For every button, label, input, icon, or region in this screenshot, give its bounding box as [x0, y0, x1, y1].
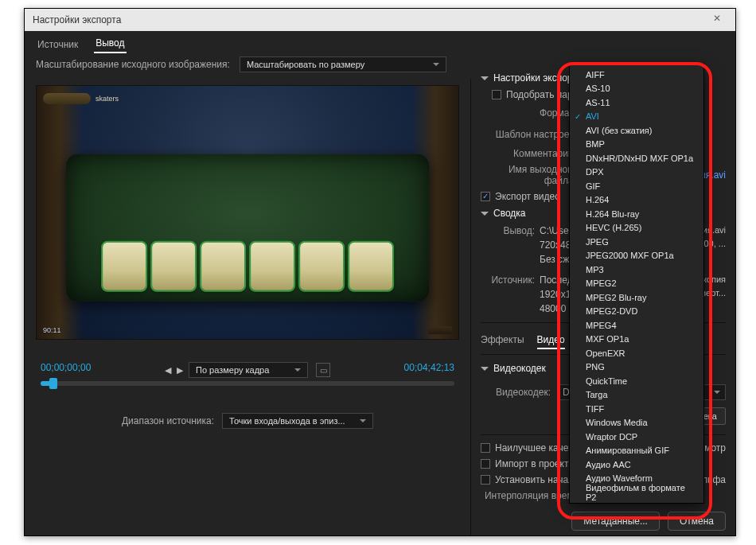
fit-value: По размеру кадра — [196, 365, 269, 375]
window-title: Настройки экспорта — [33, 14, 121, 25]
tab-output[interactable]: Вывод — [94, 34, 126, 53]
format-option[interactable]: PNG — [570, 360, 703, 375]
preview-pane: skaters 90:11 00;00;00;00 ◀ ▶ — [25, 79, 470, 535]
fit-select[interactable]: По размеру кадра — [189, 362, 308, 378]
format-option[interactable]: QuickTime — [570, 374, 703, 388]
source-range-value: Точки входа/выхода в эпиз... — [229, 416, 345, 426]
format-option[interactable]: MPEG2-DVD — [570, 305, 703, 319]
format-option[interactable]: Аудио AAC — [570, 457, 703, 472]
tab-video[interactable]: Видео — [537, 332, 565, 349]
video-preview: skaters 90:11 — [36, 85, 459, 340]
out-timecode[interactable]: 00;04;42;13 — [404, 362, 454, 378]
tab-source[interactable]: Источник — [36, 36, 80, 53]
format-option[interactable]: Wraptor DCP — [570, 430, 703, 444]
format-option[interactable]: MPEG2 — [570, 277, 703, 291]
format-option[interactable]: DNxHR/DNxHD MXF OP1a — [570, 151, 703, 165]
close-icon[interactable]: ✕ — [713, 13, 727, 27]
format-option[interactable]: AIFF — [570, 68, 703, 82]
source-range-label: Диапазон источника: — [122, 415, 214, 426]
format-option[interactable]: H.264 Blu-ray — [570, 207, 703, 221]
format-label: Формат: — [481, 107, 576, 119]
match-sequence-checkbox[interactable] — [492, 90, 501, 99]
format-option[interactable]: MP3 — [570, 263, 703, 277]
chevron-down-icon — [481, 76, 489, 80]
step-back-icon[interactable]: ◀ — [165, 365, 169, 376]
set-tc-checkbox[interactable] — [481, 475, 490, 485]
scrub-bar[interactable] — [41, 381, 454, 386]
format-option[interactable]: JPEG — [570, 235, 703, 249]
format-option[interactable]: JPEG2000 MXF OP1a — [570, 249, 703, 263]
tab-effects[interactable]: Эффекты — [481, 332, 524, 349]
scale-select[interactable]: Масштабировать по размеру — [240, 56, 446, 72]
format-dropdown[interactable]: AIFFAS-10AS-11AVIAVI (без сжатия)BMPDNxH… — [569, 64, 704, 504]
playhead[interactable] — [49, 378, 57, 389]
in-timecode[interactable]: 00;00;00;00 — [41, 362, 91, 378]
scale-value: Масштабировать по размеру — [247, 60, 364, 69]
import-project-label: Импорт в проект — [495, 458, 568, 469]
import-project-checkbox[interactable] — [481, 459, 490, 469]
timeline: 00;00;00;00 ◀ ▶ По размеру кадра ▭ 00;04… — [36, 362, 459, 394]
format-option[interactable]: Анимированный GIF — [570, 444, 703, 458]
comments-label: Комментарии: — [481, 148, 576, 159]
format-option[interactable]: AS-11 — [570, 95, 703, 110]
source-range-row: Диапазон источника: Точки входа/выхода в… — [36, 413, 459, 429]
format-option[interactable]: MPEG4 — [570, 318, 703, 333]
metadata-button[interactable]: Метаданные... — [571, 512, 660, 531]
format-option[interactable]: AS-10 — [570, 82, 703, 96]
step-fwd-icon[interactable]: ▶ — [177, 365, 181, 376]
format-option[interactable]: DPX — [570, 165, 703, 180]
output-name-label: Имя выходного файла: — [481, 164, 576, 186]
chevron-down-icon — [481, 367, 489, 371]
source-range-select[interactable]: Точки входа/выхода в эпиз... — [222, 413, 373, 429]
format-option[interactable]: Видеофильм в формате P2 — [570, 485, 703, 500]
format-option[interactable]: Targa — [570, 388, 703, 403]
chevron-down-icon — [433, 63, 439, 66]
preview-player-label: skaters — [95, 95, 119, 103]
format-option[interactable]: Windows Media — [570, 416, 703, 430]
format-option[interactable]: OpenEXR — [570, 346, 703, 360]
format-option[interactable]: GIF — [570, 179, 703, 193]
codec-label: Видеокодек: — [487, 387, 551, 398]
scale-label: Масштабирование исходного изображения: — [36, 59, 230, 70]
chevron-down-icon — [714, 391, 720, 394]
chevron-down-icon — [481, 212, 489, 216]
format-option[interactable]: BMP — [570, 138, 703, 152]
export-video-label: Экспорт видео — [495, 191, 560, 202]
format-option[interactable]: HEVC (H.265) — [570, 221, 703, 236]
format-option[interactable]: AVI (без сжатия) — [570, 123, 703, 138]
format-option[interactable]: AVI — [570, 110, 703, 124]
export-video-checkbox[interactable] — [481, 192, 490, 201]
crop-icon[interactable]: ▭ — [316, 363, 330, 377]
preset-label: Шаблон настроек: — [481, 129, 576, 140]
preview-tabs: Источник Вывод — [25, 31, 735, 53]
best-quality-checkbox[interactable] — [481, 443, 490, 453]
format-option[interactable]: H.264 — [570, 193, 703, 208]
format-option[interactable]: MXF OP1a — [570, 333, 703, 347]
dialog-buttons: Метаданные... Отмена — [571, 512, 726, 531]
preview-image: skaters 90:11 — [37, 86, 458, 339]
preview-clock: 90:11 — [43, 326, 61, 334]
titlebar: Настройки экспорта ✕ — [25, 9, 735, 31]
format-option[interactable]: TIFF — [570, 402, 703, 416]
chevron-down-icon — [294, 368, 301, 372]
format-option[interactable]: MPEG2 Blu-ray — [570, 290, 703, 305]
cancel-button[interactable]: Отмена — [668, 512, 726, 531]
chevron-down-icon — [360, 419, 366, 422]
